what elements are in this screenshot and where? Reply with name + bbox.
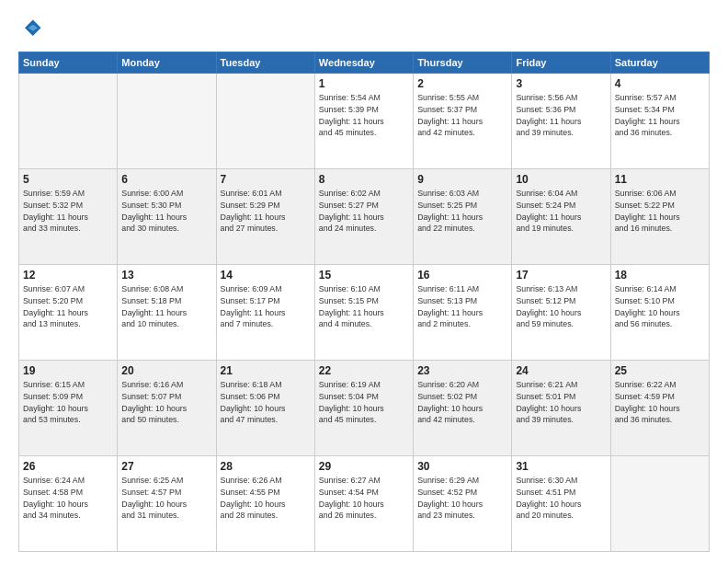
day-number: 10 [516,173,606,186]
calendar-cell [118,74,216,169]
weekday-header-saturday: Saturday [610,52,709,74]
day-info: Sunrise: 6:11 AM Sunset: 5:13 PM Dayligh… [417,283,507,330]
day-info: Sunrise: 6:01 AM Sunset: 5:29 PM Dayligh… [221,188,311,235]
calendar-cell: 22Sunrise: 6:19 AM Sunset: 5:04 PM Dayli… [314,361,413,456]
day-info: Sunrise: 6:25 AM Sunset: 4:57 PM Dayligh… [121,475,211,522]
day-info: Sunrise: 5:56 AM Sunset: 5:36 PM Dayligh… [516,92,606,139]
calendar-cell: 1Sunrise: 5:54 AM Sunset: 5:39 PM Daylig… [314,74,413,169]
calendar-cell: 14Sunrise: 6:09 AM Sunset: 5:17 PM Dayli… [216,265,314,361]
day-number: 6 [121,173,211,186]
page: SundayMondayTuesdayWednesdayThursdayFrid… [0,0,728,563]
calendar-cell: 20Sunrise: 6:16 AM Sunset: 5:07 PM Dayli… [118,361,216,456]
day-number: 20 [121,364,211,377]
day-number: 21 [221,364,311,377]
calendar-cell [19,74,118,169]
day-number: 12 [23,269,113,282]
day-info: Sunrise: 6:30 AM Sunset: 4:51 PM Dayligh… [516,475,606,522]
day-info: Sunrise: 6:21 AM Sunset: 5:01 PM Dayligh… [516,379,606,426]
weekday-header-thursday: Thursday [414,52,512,74]
calendar-cell: 27Sunrise: 6:25 AM Sunset: 4:57 PM Dayli… [118,456,216,552]
logo [18,17,48,42]
calendar-cell: 8Sunrise: 6:02 AM Sunset: 5:27 PM Daylig… [314,169,413,265]
day-number: 4 [615,77,705,90]
calendar-cell: 21Sunrise: 6:18 AM Sunset: 5:06 PM Dayli… [216,361,314,456]
day-number: 23 [417,364,507,377]
day-number: 30 [417,460,507,473]
calendar-table: SundayMondayTuesdayWednesdayThursdayFrid… [18,52,710,552]
day-info: Sunrise: 6:02 AM Sunset: 5:27 PM Dayligh… [319,188,409,235]
day-number: 15 [319,269,409,282]
day-number: 14 [221,269,311,282]
calendar-cell: 19Sunrise: 6:15 AM Sunset: 5:09 PM Dayli… [19,361,118,456]
calendar-cell: 31Sunrise: 6:30 AM Sunset: 4:51 PM Dayli… [512,456,610,552]
header [18,17,710,42]
calendar-cell: 4Sunrise: 5:57 AM Sunset: 5:34 PM Daylig… [610,74,709,169]
day-info: Sunrise: 6:26 AM Sunset: 4:55 PM Dayligh… [221,475,311,522]
day-number: 3 [516,77,606,90]
day-number: 5 [23,173,113,186]
calendar-cell: 18Sunrise: 6:14 AM Sunset: 5:10 PM Dayli… [610,265,709,361]
day-number: 13 [121,269,211,282]
calendar-cell: 3Sunrise: 5:56 AM Sunset: 5:36 PM Daylig… [512,74,610,169]
day-number: 1 [319,77,409,90]
weekday-header-wednesday: Wednesday [314,52,413,74]
day-number: 31 [516,460,606,473]
calendar-cell: 6Sunrise: 6:00 AM Sunset: 5:30 PM Daylig… [118,169,216,265]
week-row-2: 5Sunrise: 5:59 AM Sunset: 5:32 PM Daylig… [19,169,710,265]
week-row-4: 19Sunrise: 6:15 AM Sunset: 5:09 PM Dayli… [19,361,710,456]
day-info: Sunrise: 5:57 AM Sunset: 5:34 PM Dayligh… [615,92,705,139]
week-row-5: 26Sunrise: 6:24 AM Sunset: 4:58 PM Dayli… [19,456,710,552]
calendar-cell: 25Sunrise: 6:22 AM Sunset: 4:59 PM Dayli… [610,361,709,456]
calendar-cell [610,456,709,552]
weekday-header-friday: Friday [512,52,610,74]
day-info: Sunrise: 6:03 AM Sunset: 5:25 PM Dayligh… [417,188,507,235]
calendar-cell: 16Sunrise: 6:11 AM Sunset: 5:13 PM Dayli… [414,265,512,361]
day-number: 17 [516,269,606,282]
calendar-cell: 12Sunrise: 6:07 AM Sunset: 5:20 PM Dayli… [19,265,118,361]
calendar-cell: 9Sunrise: 6:03 AM Sunset: 5:25 PM Daylig… [414,169,512,265]
day-info: Sunrise: 5:59 AM Sunset: 5:32 PM Dayligh… [23,188,113,235]
day-number: 9 [417,173,507,186]
day-info: Sunrise: 6:16 AM Sunset: 5:07 PM Dayligh… [121,379,211,426]
day-info: Sunrise: 6:18 AM Sunset: 5:06 PM Dayligh… [221,379,311,426]
day-info: Sunrise: 6:19 AM Sunset: 5:04 PM Dayligh… [319,379,409,426]
day-info: Sunrise: 6:09 AM Sunset: 5:17 PM Dayligh… [221,283,311,330]
day-number: 29 [319,460,409,473]
day-info: Sunrise: 6:10 AM Sunset: 5:15 PM Dayligh… [319,283,409,330]
calendar-cell: 15Sunrise: 6:10 AM Sunset: 5:15 PM Dayli… [314,265,413,361]
calendar-cell [216,74,314,169]
day-number: 11 [615,173,705,186]
day-number: 2 [417,77,507,90]
calendar-cell: 7Sunrise: 6:01 AM Sunset: 5:29 PM Daylig… [216,169,314,265]
calendar-cell: 28Sunrise: 6:26 AM Sunset: 4:55 PM Dayli… [216,456,314,552]
week-row-1: 1Sunrise: 5:54 AM Sunset: 5:39 PM Daylig… [19,74,710,169]
day-number: 26 [23,460,113,473]
day-info: Sunrise: 6:00 AM Sunset: 5:30 PM Dayligh… [121,188,211,235]
calendar-cell: 24Sunrise: 6:21 AM Sunset: 5:01 PM Dayli… [512,361,610,456]
day-number: 18 [615,269,705,282]
calendar-cell: 2Sunrise: 5:55 AM Sunset: 5:37 PM Daylig… [414,74,512,169]
weekday-header-row: SundayMondayTuesdayWednesdayThursdayFrid… [19,52,710,74]
day-number: 27 [121,460,211,473]
day-info: Sunrise: 6:20 AM Sunset: 5:02 PM Dayligh… [417,379,507,426]
calendar-cell: 10Sunrise: 6:04 AM Sunset: 5:24 PM Dayli… [512,169,610,265]
day-number: 25 [615,364,705,377]
calendar-cell: 5Sunrise: 5:59 AM Sunset: 5:32 PM Daylig… [19,169,118,265]
logo-icon [18,17,44,42]
day-info: Sunrise: 5:55 AM Sunset: 5:37 PM Dayligh… [417,92,507,139]
day-number: 28 [221,460,311,473]
day-info: Sunrise: 6:14 AM Sunset: 5:10 PM Dayligh… [615,283,705,330]
day-info: Sunrise: 6:13 AM Sunset: 5:12 PM Dayligh… [516,283,606,330]
day-number: 7 [221,173,311,186]
day-info: Sunrise: 6:06 AM Sunset: 5:22 PM Dayligh… [615,188,705,235]
day-info: Sunrise: 6:07 AM Sunset: 5:20 PM Dayligh… [23,283,113,330]
day-info: Sunrise: 5:54 AM Sunset: 5:39 PM Dayligh… [319,92,409,139]
week-row-3: 12Sunrise: 6:07 AM Sunset: 5:20 PM Dayli… [19,265,710,361]
calendar-cell: 26Sunrise: 6:24 AM Sunset: 4:58 PM Dayli… [19,456,118,552]
weekday-header-sunday: Sunday [19,52,118,74]
day-info: Sunrise: 6:27 AM Sunset: 4:54 PM Dayligh… [319,475,409,522]
day-number: 22 [319,364,409,377]
day-info: Sunrise: 6:04 AM Sunset: 5:24 PM Dayligh… [516,188,606,235]
day-info: Sunrise: 6:15 AM Sunset: 5:09 PM Dayligh… [23,379,113,426]
day-info: Sunrise: 6:08 AM Sunset: 5:18 PM Dayligh… [121,283,211,330]
